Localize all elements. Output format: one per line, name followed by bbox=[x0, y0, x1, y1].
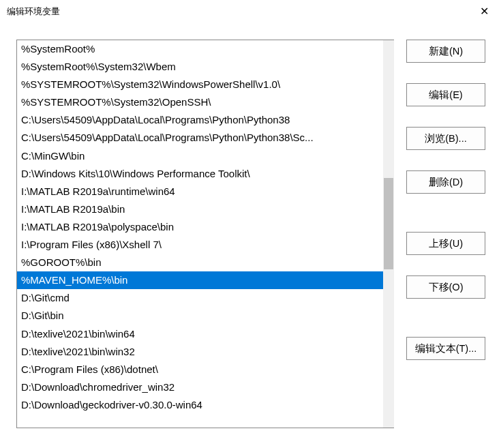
list-item[interactable]: %MAVEN_HOME%\bin bbox=[17, 271, 393, 289]
action-sidebar: 新建(N) 编辑(E) 浏览(B)... 删除(D) 上移(U) 下移(O) 编… bbox=[406, 40, 485, 441]
list-item[interactable]: D:\Git\cmd bbox=[17, 289, 393, 307]
list-item[interactable]: %SYSTEMROOT%\System32\OpenSSH\ bbox=[17, 93, 393, 111]
list-item[interactable]: %SystemRoot% bbox=[17, 40, 393, 58]
list-item[interactable]: C:\Users\54509\AppData\Local\Programs\Py… bbox=[17, 111, 393, 129]
move-up-button[interactable]: 上移(U) bbox=[406, 232, 485, 255]
delete-button[interactable]: 删除(D) bbox=[406, 170, 485, 194]
dialog-content: %SystemRoot%%SystemRoot%\System32\Wbem%S… bbox=[0, 23, 499, 448]
list-item[interactable]: D:\Windows Kits\10\Windows Performance T… bbox=[17, 165, 393, 183]
list-item[interactable]: D:\Download\geckodriver-v0.30.0-win64 bbox=[17, 396, 393, 414]
scrollbar-track[interactable] bbox=[383, 40, 394, 428]
move-down-button[interactable]: 下移(O) bbox=[406, 275, 485, 299]
close-icon[interactable]: ✕ bbox=[477, 5, 491, 18]
edit-env-var-dialog: 编辑环境变量 ✕ %SystemRoot%%SystemRoot%\System… bbox=[0, 0, 499, 448]
list-item[interactable]: D:\texlive\2021\bin\win64 bbox=[17, 325, 393, 343]
list-item[interactable]: D:\texlive\2021\bin\win32 bbox=[17, 343, 393, 361]
list-item[interactable]: C:\Program Files (x86)\dotnet\ bbox=[17, 361, 393, 378]
edit-text-button[interactable]: 编辑文本(T)... bbox=[406, 337, 485, 360]
list-item[interactable]: D:\Download\chromedriver_win32 bbox=[17, 378, 393, 396]
titlebar: 编辑环境变量 ✕ bbox=[0, 0, 499, 23]
list-item[interactable]: I:\MATLAB R2019a\polyspace\bin bbox=[17, 218, 393, 236]
list-item[interactable]: %SystemRoot%\System32\Wbem bbox=[17, 58, 393, 76]
list-item[interactable]: D:\Git\bin bbox=[17, 307, 393, 325]
list-item[interactable]: C:\MinGW\bin bbox=[17, 147, 393, 165]
edit-button[interactable]: 编辑(E) bbox=[406, 83, 485, 106]
scrollbar-thumb[interactable] bbox=[384, 178, 393, 269]
window-title: 编辑环境变量 bbox=[7, 5, 60, 18]
list-item[interactable]: I:\MATLAB R2019a\runtime\win64 bbox=[17, 183, 393, 200]
list-item[interactable]: C:\Users\54509\AppData\Local\Programs\Py… bbox=[17, 129, 393, 147]
new-button[interactable]: 新建(N) bbox=[406, 40, 485, 63]
list-item[interactable]: %GOROOT%\bin bbox=[17, 254, 393, 271]
list-item[interactable]: %SYSTEMROOT%\System32\WindowsPowerShell\… bbox=[17, 76, 393, 93]
browse-button[interactable]: 浏览(B)... bbox=[406, 127, 485, 150]
list-item[interactable]: I:\MATLAB R2019a\bin bbox=[17, 200, 393, 218]
path-listbox[interactable]: %SystemRoot%%SystemRoot%\System32\Wbem%S… bbox=[16, 40, 394, 428]
list-item[interactable]: I:\Program Files (x86)\Xshell 7\ bbox=[17, 236, 393, 254]
